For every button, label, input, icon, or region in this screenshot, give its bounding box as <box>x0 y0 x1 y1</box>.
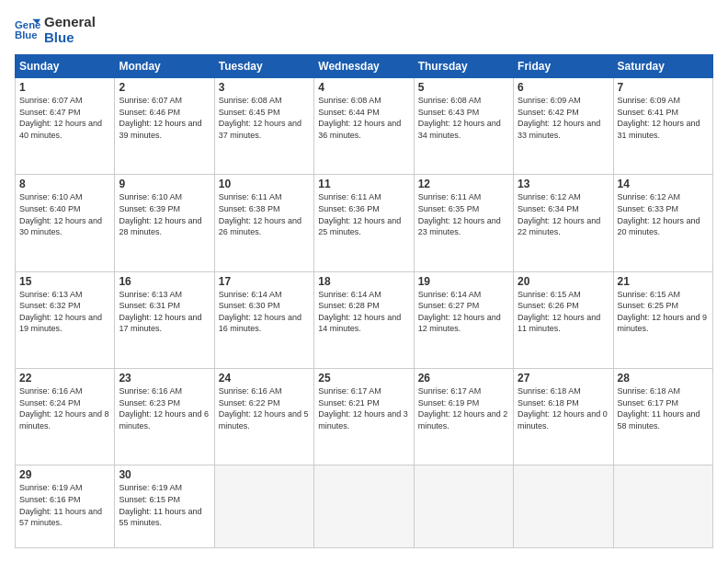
day-number: 15 <box>19 275 110 288</box>
calendar-table: SundayMondayTuesdayWednesdayThursdayFrid… <box>15 54 713 548</box>
day-info: Sunrise: 6:15 AMSunset: 6:26 PMDaylight:… <box>518 289 609 335</box>
day-number: 23 <box>119 372 210 385</box>
day-number: 17 <box>219 275 310 288</box>
empty-cell <box>613 465 712 548</box>
day-cell-4: 4Sunrise: 6:08 AMSunset: 6:44 PMDaylight… <box>314 78 414 175</box>
weekday-header-monday: Monday <box>115 55 214 78</box>
day-info: Sunrise: 6:18 AMSunset: 6:17 PMDaylight:… <box>618 385 709 431</box>
day-number: 27 <box>518 372 609 385</box>
day-info: Sunrise: 6:17 AMSunset: 6:19 PMDaylight:… <box>418 385 509 431</box>
day-number: 22 <box>19 372 110 385</box>
day-number: 16 <box>119 275 210 288</box>
day-cell-27: 27Sunrise: 6:18 AMSunset: 6:18 PMDayligh… <box>514 368 613 465</box>
day-number: 19 <box>418 275 509 288</box>
day-number: 3 <box>219 81 310 94</box>
weekday-header-wednesday: Wednesday <box>314 55 414 78</box>
day-number: 26 <box>418 372 509 385</box>
day-info: Sunrise: 6:07 AMSunset: 6:46 PMDaylight:… <box>119 95 210 141</box>
day-cell-14: 14Sunrise: 6:12 AMSunset: 6:33 PMDayligh… <box>613 175 712 271</box>
day-cell-6: 6Sunrise: 6:09 AMSunset: 6:42 PMDaylight… <box>514 78 613 175</box>
weekday-header-sunday: Sunday <box>16 55 115 78</box>
day-number: 14 <box>618 178 709 190</box>
day-info: Sunrise: 6:19 AMSunset: 6:16 PMDaylight:… <box>19 482 110 528</box>
day-info: Sunrise: 6:17 AMSunset: 6:21 PMDaylight:… <box>318 385 409 431</box>
empty-cell <box>214 465 313 548</box>
day-cell-7: 7Sunrise: 6:09 AMSunset: 6:41 PMDaylight… <box>613 78 712 175</box>
day-number: 18 <box>318 275 409 288</box>
day-info: Sunrise: 6:14 AMSunset: 6:28 PMDaylight:… <box>318 289 409 335</box>
day-info: Sunrise: 6:09 AMSunset: 6:42 PMDaylight:… <box>518 95 609 141</box>
day-cell-16: 16Sunrise: 6:13 AMSunset: 6:31 PMDayligh… <box>115 271 214 368</box>
day-info: Sunrise: 6:14 AMSunset: 6:30 PMDaylight:… <box>219 289 310 335</box>
weekday-header-tuesday: Tuesday <box>214 55 313 78</box>
calendar-header-row: SundayMondayTuesdayWednesdayThursdayFrid… <box>16 55 713 78</box>
day-number: 20 <box>518 275 609 288</box>
logo-icon: General Blue <box>15 17 40 43</box>
day-number: 28 <box>618 372 709 385</box>
day-info: Sunrise: 6:15 AMSunset: 6:25 PMDaylight:… <box>618 289 709 335</box>
day-number: 10 <box>219 178 310 190</box>
day-cell-2: 2Sunrise: 6:07 AMSunset: 6:46 PMDaylight… <box>115 78 214 175</box>
day-cell-1: 1Sunrise: 6:07 AMSunset: 6:47 PMDaylight… <box>16 78 115 175</box>
day-info: Sunrise: 6:16 AMSunset: 6:24 PMDaylight:… <box>19 385 110 431</box>
calendar-week-3: 15Sunrise: 6:13 AMSunset: 6:32 PMDayligh… <box>16 271 713 368</box>
day-number: 29 <box>19 468 110 481</box>
calendar-week-5: 29Sunrise: 6:19 AMSunset: 6:16 PMDayligh… <box>16 465 713 548</box>
weekday-header-friday: Friday <box>514 55 613 78</box>
day-info: Sunrise: 6:13 AMSunset: 6:31 PMDaylight:… <box>119 289 210 335</box>
weekday-header-thursday: Thursday <box>414 55 513 78</box>
day-number: 6 <box>518 81 609 94</box>
day-cell-12: 12Sunrise: 6:11 AMSunset: 6:35 PMDayligh… <box>414 175 513 271</box>
day-cell-19: 19Sunrise: 6:14 AMSunset: 6:27 PMDayligh… <box>414 271 513 368</box>
day-cell-11: 11Sunrise: 6:11 AMSunset: 6:36 PMDayligh… <box>314 175 414 271</box>
day-info: Sunrise: 6:10 AMSunset: 6:39 PMDaylight:… <box>119 191 210 237</box>
day-info: Sunrise: 6:11 AMSunset: 6:38 PMDaylight:… <box>219 191 310 237</box>
day-number: 30 <box>119 468 210 481</box>
day-number: 11 <box>318 178 409 190</box>
calendar-week-2: 8Sunrise: 6:10 AMSunset: 6:40 PMDaylight… <box>16 175 713 271</box>
day-info: Sunrise: 6:13 AMSunset: 6:32 PMDaylight:… <box>19 289 110 335</box>
day-info: Sunrise: 6:14 AMSunset: 6:27 PMDaylight:… <box>418 289 509 335</box>
day-cell-26: 26Sunrise: 6:17 AMSunset: 6:19 PMDayligh… <box>414 368 513 465</box>
day-cell-30: 30Sunrise: 6:19 AMSunset: 6:15 PMDayligh… <box>115 465 214 548</box>
logo-text-general: General <box>44 15 96 30</box>
day-info: Sunrise: 6:11 AMSunset: 6:36 PMDaylight:… <box>318 191 409 237</box>
day-number: 12 <box>418 178 509 190</box>
day-number: 9 <box>119 178 210 190</box>
day-info: Sunrise: 6:19 AMSunset: 6:15 PMDaylight:… <box>119 482 210 528</box>
empty-cell <box>314 465 414 548</box>
day-number: 21 <box>618 275 709 288</box>
day-cell-5: 5Sunrise: 6:08 AMSunset: 6:43 PMDaylight… <box>414 78 513 175</box>
empty-cell <box>414 465 513 548</box>
day-info: Sunrise: 6:12 AMSunset: 6:34 PMDaylight:… <box>518 191 609 237</box>
day-cell-9: 9Sunrise: 6:10 AMSunset: 6:39 PMDaylight… <box>115 175 214 271</box>
day-number: 4 <box>318 81 409 94</box>
weekday-header-saturday: Saturday <box>613 55 712 78</box>
svg-text:Blue: Blue <box>15 29 38 40</box>
day-info: Sunrise: 6:18 AMSunset: 6:18 PMDaylight:… <box>518 385 609 431</box>
day-cell-17: 17Sunrise: 6:14 AMSunset: 6:30 PMDayligh… <box>214 271 313 368</box>
day-info: Sunrise: 6:11 AMSunset: 6:35 PMDaylight:… <box>418 191 509 237</box>
day-cell-29: 29Sunrise: 6:19 AMSunset: 6:16 PMDayligh… <box>16 465 115 548</box>
day-info: Sunrise: 6:08 AMSunset: 6:45 PMDaylight:… <box>219 95 310 141</box>
day-info: Sunrise: 6:08 AMSunset: 6:44 PMDaylight:… <box>318 95 409 141</box>
day-number: 24 <box>219 372 310 385</box>
day-number: 2 <box>119 81 210 94</box>
day-number: 5 <box>418 81 509 94</box>
day-cell-25: 25Sunrise: 6:17 AMSunset: 6:21 PMDayligh… <box>314 368 414 465</box>
day-cell-24: 24Sunrise: 6:16 AMSunset: 6:22 PMDayligh… <box>214 368 313 465</box>
day-cell-15: 15Sunrise: 6:13 AMSunset: 6:32 PMDayligh… <box>16 271 115 368</box>
day-info: Sunrise: 6:08 AMSunset: 6:43 PMDaylight:… <box>418 95 509 141</box>
calendar-week-4: 22Sunrise: 6:16 AMSunset: 6:24 PMDayligh… <box>16 368 713 465</box>
day-info: Sunrise: 6:09 AMSunset: 6:41 PMDaylight:… <box>618 95 709 141</box>
day-number: 13 <box>518 178 609 190</box>
day-number: 8 <box>19 178 110 190</box>
day-number: 25 <box>318 372 409 385</box>
day-number: 1 <box>19 81 110 94</box>
day-cell-23: 23Sunrise: 6:16 AMSunset: 6:23 PMDayligh… <box>115 368 214 465</box>
day-cell-3: 3Sunrise: 6:08 AMSunset: 6:45 PMDaylight… <box>214 78 313 175</box>
day-info: Sunrise: 6:12 AMSunset: 6:33 PMDaylight:… <box>618 191 709 237</box>
day-cell-13: 13Sunrise: 6:12 AMSunset: 6:34 PMDayligh… <box>514 175 613 271</box>
day-info: Sunrise: 6:07 AMSunset: 6:47 PMDaylight:… <box>19 95 110 141</box>
day-cell-8: 8Sunrise: 6:10 AMSunset: 6:40 PMDaylight… <box>16 175 115 271</box>
